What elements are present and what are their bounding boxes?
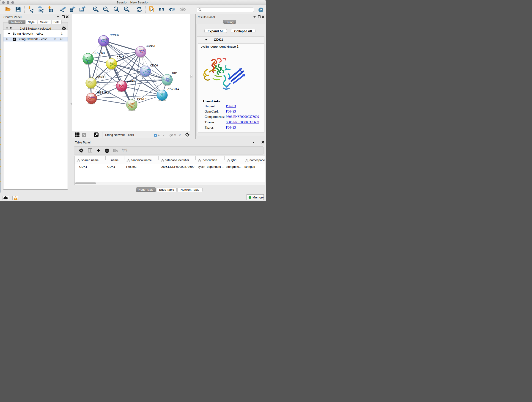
svg-text:CCNB2: CCNB2 <box>109 34 119 37</box>
svg-text:CDK1: CDK1 <box>117 56 124 59</box>
svg-text:CCNA1: CCNA1 <box>146 45 155 48</box>
svg-text:CCNA2: CCNA2 <box>127 79 136 83</box>
svg-text:CDC25B: CDC25B <box>94 51 105 55</box>
svg-text:HIST1H1A: HIST1H1A <box>97 91 111 94</box>
svg-text:CDC6: CDC6 <box>150 64 158 67</box>
svg-text:RB1: RB1 <box>172 72 177 75</box>
svg-text:CDKN1A: CDKN1A <box>167 88 179 91</box>
svg-text:CCNB1: CCNB1 <box>96 76 106 79</box>
svg-text:CCNE1: CCNE1 <box>137 98 147 101</box>
